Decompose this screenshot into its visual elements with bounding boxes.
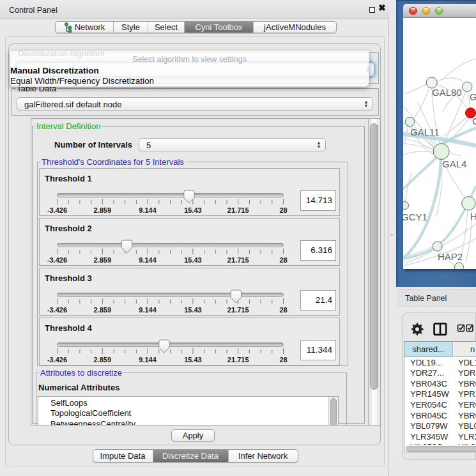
svg-text:2.859: 2.859 bbox=[94, 206, 112, 214]
svg-text:21.715: 21.715 bbox=[227, 256, 249, 264]
svg-text:9.144: 9.144 bbox=[139, 306, 157, 314]
svg-text:28: 28 bbox=[279, 206, 287, 214]
svg-text:GAL11: GAL11 bbox=[410, 127, 440, 137]
svg-text:28: 28 bbox=[279, 306, 287, 314]
svg-text:28: 28 bbox=[279, 256, 287, 264]
svg-text:GAL80: GAL80 bbox=[432, 87, 462, 98]
svg-text:-3.426: -3.426 bbox=[47, 256, 67, 264]
svg-text:21.715: 21.715 bbox=[227, 306, 249, 314]
svg-text:GCY1: GCY1 bbox=[403, 211, 427, 222]
svg-text:2.859: 2.859 bbox=[94, 256, 112, 264]
svg-text:21.715: 21.715 bbox=[227, 356, 249, 364]
svg-text:28: 28 bbox=[279, 356, 287, 364]
svg-text:15.43: 15.43 bbox=[184, 206, 202, 214]
svg-text:9.144: 9.144 bbox=[139, 256, 157, 264]
svg-text:15.43: 15.43 bbox=[184, 356, 202, 364]
svg-text:2.859: 2.859 bbox=[94, 306, 112, 314]
svg-text:CD: CD bbox=[472, 116, 476, 127]
svg-text:GAL4: GAL4 bbox=[442, 158, 466, 169]
svg-text:-3.426: -3.426 bbox=[47, 306, 67, 314]
svg-text:HAP2: HAP2 bbox=[438, 251, 463, 262]
svg-text:9.144: 9.144 bbox=[139, 206, 157, 214]
svg-text:GA: GA bbox=[470, 91, 476, 102]
svg-text:15.43: 15.43 bbox=[184, 256, 202, 264]
svg-text:HA: HA bbox=[470, 211, 476, 222]
svg-text:9.144: 9.144 bbox=[139, 356, 157, 364]
svg-text:21.715: 21.715 bbox=[227, 206, 249, 214]
svg-text:15.43: 15.43 bbox=[184, 306, 202, 314]
svg-text:2.859: 2.859 bbox=[94, 356, 112, 364]
svg-text:-3.426: -3.426 bbox=[47, 206, 67, 214]
svg-text:-3.426: -3.426 bbox=[47, 356, 67, 364]
